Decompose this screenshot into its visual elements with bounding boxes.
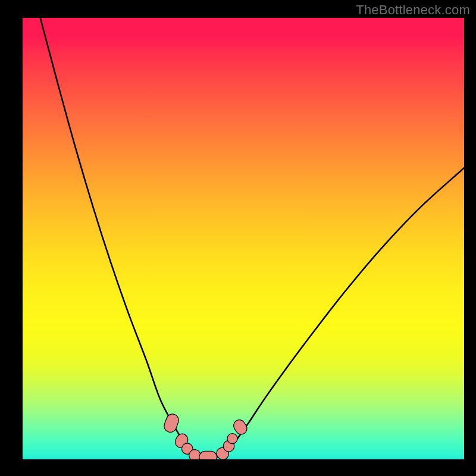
svg-point-7 xyxy=(227,434,237,444)
chart-frame: TheBottleneck.com xyxy=(0,0,476,476)
svg-rect-4 xyxy=(199,451,217,459)
curve-left-curve xyxy=(40,18,195,457)
curve-right-curve xyxy=(221,168,464,457)
marker-4 xyxy=(199,451,217,459)
chart-svg xyxy=(23,18,464,459)
plot-area xyxy=(23,18,464,459)
watermark-label: TheBottleneck.com xyxy=(356,2,470,18)
marker-7 xyxy=(227,434,237,444)
